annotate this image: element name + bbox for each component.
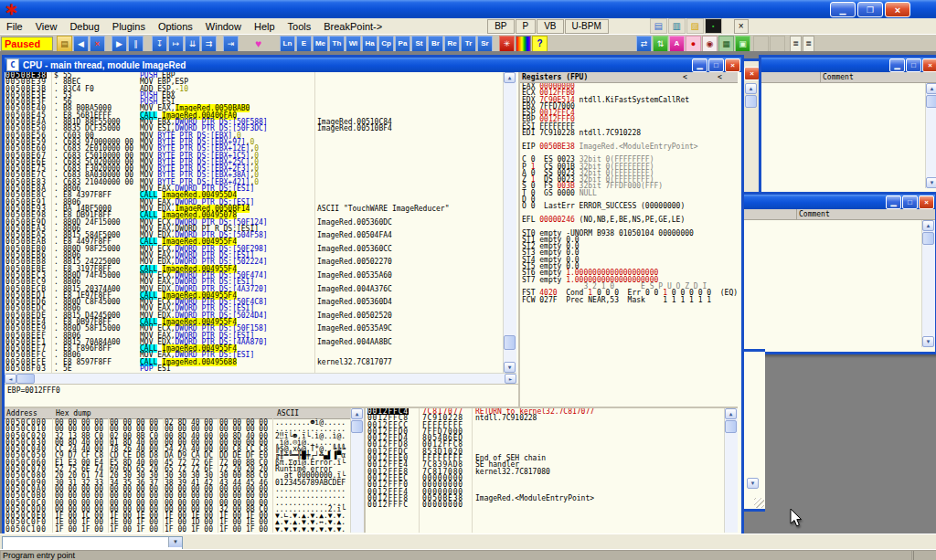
panel-breakpoints-button[interactable]: Br (428, 36, 443, 52)
dump-row[interactable]: 0050C1001F 00 1F 001F 00 1F 001F 00 1F 0… (5, 526, 364, 533)
maximize-button[interactable]: □ (906, 58, 921, 72)
disasm-row[interactable]: 0050BEE9.8B0D 58F15000MOV ECX,DWORD PTR … (5, 325, 516, 332)
minimize-button[interactable]: ▁ (692, 58, 707, 72)
regs-nav-left-icon[interactable]: < (683, 73, 687, 81)
disasm-row[interactable]: 0050BE8C.E8 4397F8FFCALL ImageRed.004955… (5, 192, 516, 198)
panel-trace-button[interactable]: Tr (461, 36, 476, 52)
minimize-button[interactable]: ▁ (889, 58, 905, 72)
comment-window-2-body[interactable]: ▲ ▼ (741, 220, 935, 347)
plugin-window-button[interactable]: ▣ (735, 36, 750, 52)
menu-debug[interactable]: Debug (63, 20, 105, 33)
menu-button-vb[interactable]: VB (537, 19, 563, 34)
go-back-button[interactable]: ◀ (73, 36, 89, 52)
plugin-updown-button[interactable]: ⇅ (653, 36, 668, 52)
menu-close-button[interactable]: × (734, 19, 749, 34)
scrollbar-thumb[interactable] (922, 232, 934, 245)
scrollbar-thumb[interactable] (16, 374, 35, 384)
stack-row[interactable]: 0012FFFC00000000 (366, 502, 738, 508)
disasm-row[interactable]: 0050BEB0.8B0D 98F25000MOV ECX,DWORD PTR … (5, 246, 516, 252)
scrollbar-thumb[interactable] (926, 95, 936, 108)
panel-log-button[interactable]: Ln (280, 36, 295, 52)
plugin-swap-button[interactable]: ⇄ (636, 36, 652, 52)
script-log-button[interactable]: ≣ (790, 36, 802, 52)
restore-button[interactable]: ❐ (857, 2, 883, 17)
close-button[interactable]: × (885, 2, 910, 17)
menu-console-icon[interactable]: ▪ (705, 18, 722, 34)
close-process-button[interactable]: × (90, 36, 105, 52)
menu-button-ubpm[interactable]: U-BPM (565, 19, 609, 34)
plugin-dot-button[interactable]: ● (686, 36, 701, 52)
disasm-row[interactable]: 0050BE38$55PUSH EBP (5, 72, 516, 79)
disasm-row[interactable]: 0050BE9D.8B0D 24F15000MOV ECX,DWORD PTR … (5, 219, 516, 226)
info-pane[interactable]: EBP=0012FFF0 (5, 384, 519, 409)
maximize-button[interactable]: □ (708, 58, 724, 72)
combobox-dropdown-icon[interactable]: ▼ (168, 537, 182, 547)
open-file-button[interactable]: ▤ (57, 36, 72, 52)
menu-button-bp[interactable]: BP (487, 19, 514, 34)
minimize-button[interactable]: ▁ (886, 195, 901, 209)
menu-breakpoint[interactable]: BreakPoint-> (317, 20, 388, 33)
disasm-scrollbar[interactable]: ▲ ▼ (503, 72, 516, 373)
menu-folder-icon[interactable]: ▨ (686, 18, 704, 34)
disasm-row[interactable]: 0050BEF7.E8 F896F8FFCALL ImageRed.004955… (5, 345, 516, 352)
help-button[interactable]: ? (532, 36, 548, 52)
disasm-row[interactable]: 0050BE3E.53PUSH EBX (5, 92, 516, 99)
disasm-row[interactable]: 0050BE3B.83C4 F0ADD ESP,-10 (5, 86, 516, 92)
stack-pane[interactable]: 0012FFC47C817077RETURN to kernel32.7C817… (364, 407, 738, 533)
scrollbar-thumb[interactable] (725, 420, 737, 433)
command-combobox[interactable]: ▼ (2, 536, 183, 550)
dump-scrollbar[interactable]: ▲ (350, 408, 364, 533)
panel-handles-button[interactable]: Ha (362, 36, 378, 52)
panel-source-button[interactable]: Sr (477, 36, 493, 52)
register-line[interactable]: O 0 LastErr ERROR_SUCCESS (00000000) (520, 203, 738, 209)
scrollbar-thumb[interactable] (504, 335, 516, 350)
command-input[interactable] (3, 537, 169, 547)
run-button[interactable]: ▶ (112, 36, 127, 52)
register-line[interactable]: EDI 7C910228 ntdll.7C910228 (520, 130, 738, 136)
main-title-bar[interactable]: ∗ ▁ ❐ × (0, 0, 936, 18)
step-into-button[interactable]: ↧ (152, 36, 167, 52)
comment-window-1-title-bar[interactable]: ▁ □ × (761, 58, 936, 72)
execute-till-return-button[interactable]: ⇥ (223, 36, 239, 52)
disasm-row[interactable]: 0050BEFE.E8 8597F8FFCALL ImageRed.004956… (5, 359, 516, 365)
animate-over-button[interactable]: ⇉ (201, 36, 217, 52)
menu-file[interactable]: File (0, 20, 29, 33)
animate-button[interactable]: ♥ (250, 36, 266, 52)
hex-dump-pane[interactable]: Address Hex dump ASCII 0050C00000 00 00 … (5, 407, 364, 533)
options-button[interactable]: ✳ (499, 36, 515, 52)
panel-stack-button[interactable]: St (411, 36, 427, 52)
menu-notes-icon[interactable]: ▤ (650, 18, 667, 34)
scroll-down-button[interactable]: ▼ (926, 177, 936, 188)
cpu-title-bar[interactable]: C CPU - main thread, module ImageRed ▁ □… (5, 58, 741, 72)
pause-button[interactable]: ∥ (128, 36, 144, 52)
registers-pane[interactable]: Registers (FPU) < < EAX 00000000ECX 0012… (518, 72, 738, 407)
register-line[interactable]: EIP 0050BE38 ImageRed.<ModuleEntryPoint> (520, 143, 738, 150)
panel-cpu-button[interactable]: Cp (378, 36, 394, 52)
scroll-down-button[interactable]: ▼ (747, 478, 759, 489)
animate-into-button[interactable]: ⇊ (185, 36, 200, 52)
menu-tools[interactable]: Tools (282, 20, 318, 33)
panel-executables-button[interactable]: E (296, 36, 312, 52)
disasm-row[interactable]: 0050BED6.8B0D C8F45000MOV ECX,DWORD PTR … (5, 299, 516, 305)
scroll-up-button[interactable]: ▲ (745, 83, 757, 94)
regs-nav-right-icon[interactable]: < (718, 73, 722, 81)
register-line[interactable]: T 0 GS 0000 NULL (520, 190, 738, 196)
disasm-row[interactable]: 0050BE83.C683 21040000 00MOV BYTE PTR DS… (5, 179, 516, 185)
plugin-analyze-button[interactable]: A (669, 36, 685, 52)
close-icon[interactable]: × (744, 67, 760, 80)
toolbar-empty-button[interactable] (753, 36, 769, 52)
menu-plugins[interactable]: Plugins (106, 20, 152, 33)
maximize-button[interactable]: □ (902, 195, 918, 209)
close-button[interactable]: × (922, 58, 936, 72)
toolbar-empty-button[interactable] (770, 36, 785, 52)
plugin-spiral-button[interactable]: ◉ (702, 36, 718, 52)
column-header[interactable]: Comment (741, 209, 935, 220)
comment-window-1-body[interactable]: ▲ ▼ (761, 83, 936, 188)
comment-window-2-title-bar[interactable]: ▁ □ × (741, 195, 935, 209)
disassembly-pane[interactable]: 0050BE38$55PUSH EBP0050BE39.8BECMOV EBP,… (5, 72, 516, 373)
disasm-row[interactable]: 0050BEC3.8B0D 74F45000MOV ECX,DWORD PTR … (5, 272, 516, 279)
step-over-button[interactable]: ↦ (168, 36, 184, 52)
menu-button-p[interactable]: P (516, 19, 537, 34)
register-line[interactable]: FCW 027F Prec NEAR,53 Mask 1 1 1 1 1 1 (520, 297, 738, 303)
plugin-grid-button[interactable]: ▦ (718, 36, 734, 52)
